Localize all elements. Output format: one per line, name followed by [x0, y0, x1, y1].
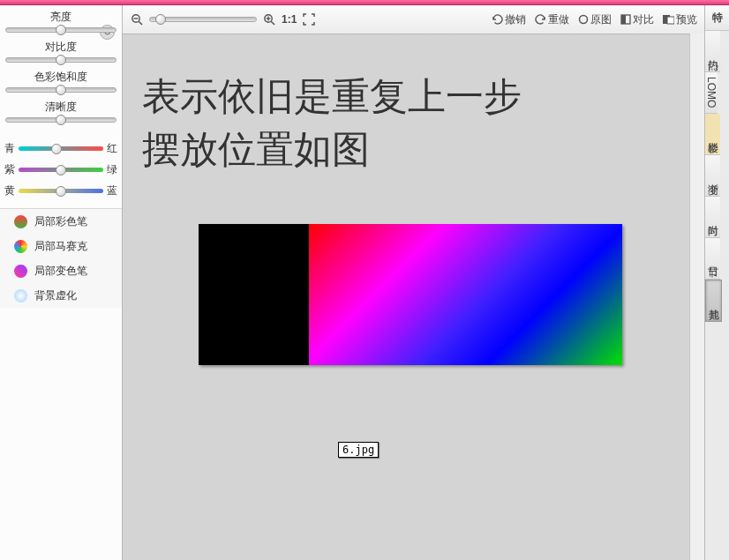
svg-rect-9: [621, 15, 626, 24]
file-name-tooltip: 6.jpg: [338, 442, 379, 458]
slider-thumb[interactable]: [56, 55, 66, 65]
color-left-label: 黄: [4, 183, 16, 198]
right-tab[interactable]: 影楼: [705, 114, 720, 155]
slider-thumb[interactable]: [51, 144, 62, 154]
slider-label: 色彩饱和度: [5, 69, 116, 85]
tool-list: 局部彩色笔 局部马赛克 局部变色笔 背景虚化: [0, 208, 122, 308]
right-tab[interactable]: 渐变: [705, 155, 720, 197]
slider-3[interactable]: [5, 115, 116, 125]
tool-item[interactable]: 局部彩色笔: [0, 209, 122, 234]
tool-icon: [14, 289, 27, 302]
toolbar-right: 撤销 重做 原图 对比 预览: [492, 12, 697, 27]
color-right-label: 绿: [106, 162, 118, 177]
canvas-area: 1:1 撤销 重做 原图 对比 预览 表示依旧是重复上一步 摆放位置如图 6.j…: [123, 5, 704, 560]
redo-button[interactable]: 重做: [535, 12, 569, 27]
tool-label: 背景虚化: [34, 288, 77, 303]
left-panel: ↻ 亮度 对比度 色彩饱和度 清晰度 青 红紫 绿黄 蓝 局部彩色笔: [0, 5, 123, 560]
slider-label: 清晰度: [5, 99, 116, 115]
undo-button[interactable]: 撤销: [492, 12, 526, 27]
tool-label: 局部变色笔: [34, 264, 87, 279]
zoom-thumb[interactable]: [155, 14, 166, 25]
fit-screen-icon[interactable]: [302, 12, 316, 26]
tool-item[interactable]: 局部变色笔: [0, 258, 122, 283]
preview-button[interactable]: 预览: [663, 12, 697, 27]
right-panel: 特 热门LOMO影楼渐变时尚节日其他: [704, 5, 729, 560]
tool-icon: [14, 265, 27, 278]
zoom-1to1-button[interactable]: 1:1: [282, 13, 297, 26]
canvas[interactable]: 表示依旧是重复上一步 摆放位置如图 6.jpg: [123, 34, 704, 560]
zoom-in-icon[interactable]: [262, 12, 276, 26]
color-right-label: 红: [106, 141, 118, 156]
main-layout: ↻ 亮度 对比度 色彩饱和度 清晰度 青 红紫 绿黄 蓝 局部彩色笔: [0, 5, 729, 560]
vertical-scrollbar[interactable]: [689, 34, 704, 560]
svg-rect-11: [667, 17, 674, 24]
slider-thumb[interactable]: [56, 25, 66, 35]
tool-item[interactable]: 背景虚化: [0, 283, 122, 308]
color-slider-2[interactable]: [19, 189, 103, 193]
slider-2[interactable]: [5, 85, 116, 95]
slider-label: 对比度: [5, 39, 116, 55]
slider-thumb[interactable]: [56, 85, 66, 95]
canvas-toolbar: 1:1 撤销 重做 原图 对比 预览: [123, 5, 704, 34]
tool-icon: [14, 240, 27, 253]
slider-thumb[interactable]: [56, 165, 66, 175]
tool-label: 局部彩色笔: [34, 214, 87, 229]
color-right-label: 蓝: [106, 183, 118, 198]
zoom-slider[interactable]: [149, 17, 257, 22]
slider-1[interactable]: [5, 55, 116, 65]
tool-icon: [14, 215, 27, 228]
zoom-out-icon[interactable]: [130, 12, 144, 26]
color-slider-1[interactable]: [19, 168, 103, 172]
tool-item[interactable]: 局部马赛克: [0, 234, 122, 258]
slider-thumb[interactable]: [56, 186, 66, 197]
right-panel-header: 特: [705, 5, 729, 31]
right-tab[interactable]: 热门: [705, 31, 720, 72]
color-left-label: 紫: [4, 162, 16, 177]
slider-label: 亮度: [5, 9, 116, 25]
slider-thumb[interactable]: [56, 115, 66, 125]
original-button[interactable]: 原图: [578, 12, 612, 27]
gradient-image[interactable]: [199, 224, 622, 365]
right-tab[interactable]: 节日: [705, 238, 720, 280]
right-tab[interactable]: 时尚: [705, 197, 720, 238]
tool-label: 局部马赛克: [34, 239, 87, 254]
color-slider-0[interactable]: [19, 146, 103, 151]
svg-line-4: [271, 21, 274, 25]
svg-point-7: [580, 16, 588, 24]
canvas-text: 表示依旧是重复上一步 摆放位置如图: [142, 70, 522, 175]
slider-0[interactable]: [5, 25, 116, 35]
svg-line-1: [139, 21, 142, 25]
compare-button[interactable]: 对比: [620, 12, 654, 27]
right-tab[interactable]: 其他: [705, 280, 722, 322]
color-left-label: 青: [4, 141, 16, 156]
right-tab[interactable]: LOMO: [705, 72, 718, 114]
